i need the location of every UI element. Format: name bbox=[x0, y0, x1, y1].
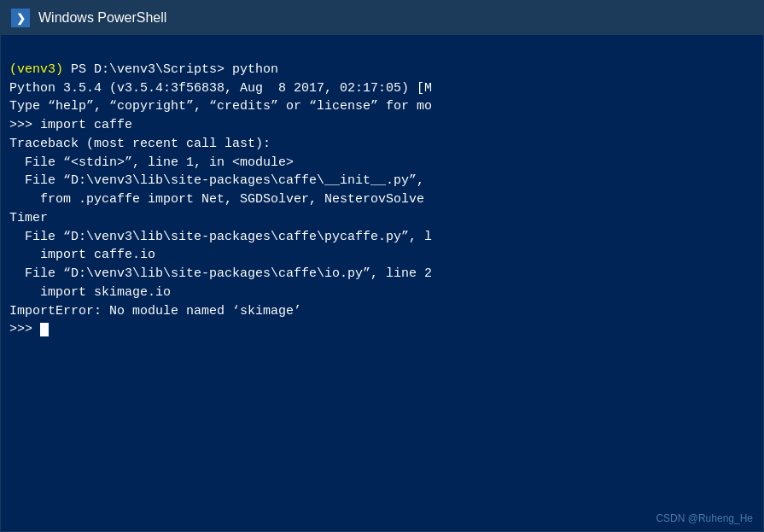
from-pycaffe-line: from .pycaffe import Net, SGDSolver, Nes… bbox=[9, 192, 424, 207]
importerror-line: ImportError: No module named ‘skimage’ bbox=[9, 304, 301, 319]
powershell-window: ❯ Windows PowerShell (venv3) PS D:\venv3… bbox=[0, 0, 764, 532]
file-stdin-line: File “<stdin>”, line 1, in <module> bbox=[9, 155, 294, 170]
file-pycaffe-line: File “D:\venv3\lib\site-packages\caffe\p… bbox=[9, 230, 432, 244]
cursor bbox=[40, 323, 49, 336]
python-version-line: Python 3.5.4 (v3.5.4:3f56838, Aug 8 2017… bbox=[9, 81, 432, 96]
watermark: CSDN @Ruheng_He bbox=[656, 512, 753, 524]
traceback-line: Traceback (most recent call last): bbox=[9, 137, 271, 151]
file-io-line: File “D:\venv3\lib\site-packages\caffe\i… bbox=[9, 266, 432, 281]
timer-line: Timer bbox=[9, 211, 48, 225]
final-prompt: >>> bbox=[9, 322, 49, 336]
title-bar: ❯ Windows PowerShell bbox=[1, 1, 763, 35]
terminal-output: (venv3) PS D:\venv3\Scripts> python Pyth… bbox=[9, 42, 755, 358]
import-caffe-line: >>> import caffe bbox=[9, 118, 132, 132]
import-skimage-line: import skimage.io bbox=[9, 285, 171, 300]
prompt-line-1: PS D:\venv3\Scripts> python bbox=[63, 62, 278, 77]
powershell-icon: ❯ bbox=[11, 9, 30, 27]
terminal-area[interactable]: (venv3) PS D:\venv3\Scripts> python Pyth… bbox=[1, 35, 763, 531]
window-title: Windows PowerShell bbox=[38, 10, 166, 26]
import-caffio-line: import caffe.io bbox=[9, 248, 155, 262]
venv-label: (venv3) bbox=[9, 62, 63, 77]
file-init-line: File “D:\venv3\lib\site-packages\caffe\_… bbox=[9, 173, 424, 188]
type-help-line: Type “help”, “copyright”, “credits” or “… bbox=[9, 99, 432, 114]
